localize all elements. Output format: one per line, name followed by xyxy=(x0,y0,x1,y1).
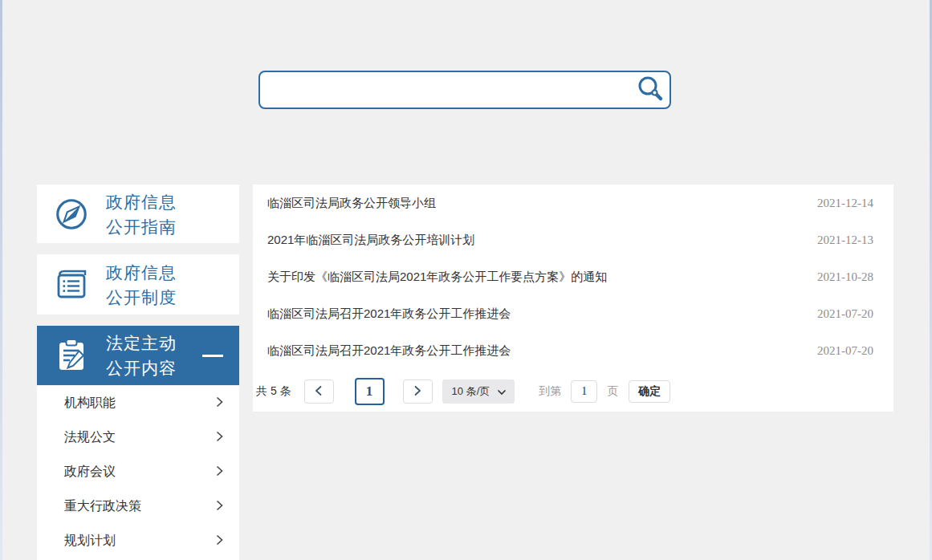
sidebar-submenu: 机构职能 法规公文 政府会议 重大行政决策 xyxy=(37,386,239,560)
chevron-right-icon xyxy=(413,385,421,399)
sidebar-item-label: 政府信息 xyxy=(106,189,177,214)
next-page-button[interactable] xyxy=(403,379,433,404)
sidebar-item-label: 政府信息 xyxy=(106,260,177,285)
total-count-label: 共 5 条 xyxy=(256,384,291,399)
chevron-left-icon xyxy=(315,385,323,399)
search-bar xyxy=(258,71,671,109)
sidebar-item-label: 公开指南 xyxy=(106,214,177,239)
submenu-item-label: 机构职能 xyxy=(64,395,116,412)
sidebar-item-label: 法定主动 xyxy=(106,331,177,355)
sidebar-item-statutory-disclosure[interactable]: 法定主动 公开内容 xyxy=(37,326,239,385)
chevron-right-icon xyxy=(216,465,223,480)
document-list-icon xyxy=(37,266,106,303)
article-date: 2021-12-13 xyxy=(817,233,873,247)
list-item[interactable]: 临淄区司法局召开2021年政务公开工作推进会 2021-07-20 xyxy=(253,295,893,332)
chevron-right-icon xyxy=(216,396,223,411)
collapse-minus-icon[interactable] xyxy=(202,355,223,357)
pagination-bar: 共 5 条 1 10 条/页 到第 页 确定 xyxy=(253,378,893,405)
submenu-item-label: 法规公文 xyxy=(64,429,116,446)
submenu-item-planning[interactable]: 规划计划 xyxy=(37,524,239,558)
chevron-down-icon xyxy=(497,386,507,398)
sidebar-item-gov-info-system[interactable]: 政府信息 公开制度 xyxy=(37,254,239,314)
list-item[interactable]: 临淄区司法局召开2021年政务公开工作推进会 2021-07-20 xyxy=(253,332,893,369)
article-title[interactable]: 临淄区司法局召开2021年政务公开工作推进会 xyxy=(267,306,511,322)
article-date: 2021-07-20 xyxy=(817,344,873,358)
prev-page-button[interactable] xyxy=(304,379,334,404)
goto-page-prefix-label: 到第 xyxy=(539,384,561,399)
page-size-dropdown[interactable]: 10 条/页 xyxy=(442,379,515,404)
article-date: 2021-10-28 xyxy=(817,270,873,284)
article-title[interactable]: 临淄区司法局召开2021年政务公开工作推进会 xyxy=(267,343,511,359)
chevron-right-icon xyxy=(216,431,223,445)
article-title[interactable]: 临淄区司法局政务公开领导小组 xyxy=(267,196,436,211)
list-item[interactable]: 关于印发《临淄区司法局2021年政务公开工作要点方案》的通知 2021-10-2… xyxy=(253,258,893,295)
submenu-item-gov-meetings[interactable]: 政府会议 xyxy=(37,455,239,489)
submenu-item-organization[interactable]: 机构职能 xyxy=(37,386,239,420)
article-title[interactable]: 关于印发《临淄区司法局2021年政务公开工作要点方案》的通知 xyxy=(267,270,607,285)
sidebar-item-gov-info-guide[interactable]: 政府信息 公开指南 xyxy=(37,185,239,243)
chevron-right-icon xyxy=(216,500,223,514)
article-date: 2021-12-14 xyxy=(817,197,873,210)
article-title[interactable]: 2021年临淄区司法局政务公开培训计划 xyxy=(267,233,474,248)
goto-page-input[interactable] xyxy=(571,380,597,403)
page: 政府信息 公开指南 政府信息 公开制度 xyxy=(0,0,932,560)
current-page-button[interactable]: 1 xyxy=(355,378,385,405)
submenu-item-label: 重大行政决策 xyxy=(64,498,141,515)
clipboard-pencil-icon xyxy=(37,337,106,374)
article-date: 2021-07-20 xyxy=(817,307,873,321)
compass-icon xyxy=(37,196,106,233)
chevron-right-icon xyxy=(216,534,223,549)
submenu-item-label: 规划计划 xyxy=(64,533,116,550)
list-item[interactable]: 2021年临淄区司法局政务公开培训计划 2021-12-13 xyxy=(253,221,893,258)
sidebar-item-label: 公开制度 xyxy=(106,285,177,310)
search-input[interactable] xyxy=(260,72,631,108)
submenu-item-label: 政府会议 xyxy=(64,464,116,481)
list-item[interactable]: 临淄区司法局政务公开领导小组 2021-12-14 xyxy=(253,185,893,221)
submenu-item-major-decisions[interactable]: 重大行政决策 xyxy=(37,489,239,524)
article-list-panel: 临淄区司法局政务公开领导小组 2021-12-14 2021年临淄区司法局政务公… xyxy=(253,185,893,412)
search-button[interactable] xyxy=(631,72,669,108)
sidebar-item-label: 公开内容 xyxy=(106,355,177,380)
page-size-label: 10 条/页 xyxy=(452,384,490,399)
confirm-button[interactable]: 确定 xyxy=(629,380,670,403)
goto-page-suffix-label: 页 xyxy=(607,384,618,399)
submenu-item-regulations[interactable]: 法规公文 xyxy=(37,420,239,455)
magnifier-icon xyxy=(637,75,664,105)
page-left-edge xyxy=(0,0,2,560)
